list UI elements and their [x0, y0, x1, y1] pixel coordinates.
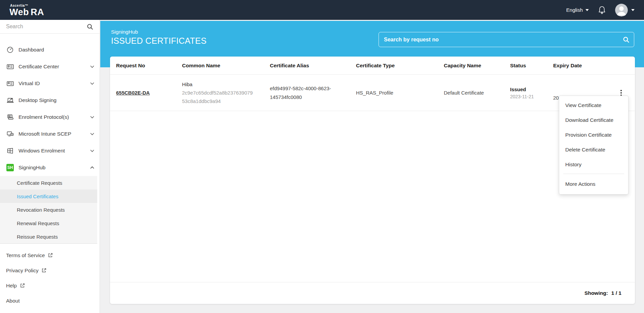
- request-search: [379, 32, 634, 47]
- menu-item-more-actions[interactable]: More Actions: [559, 176, 628, 192]
- menu-item-view-certificate[interactable]: View Certificate: [559, 98, 628, 113]
- col-status: Status: [510, 63, 553, 69]
- desktop-signing-icon: [6, 97, 14, 104]
- privacy-policy-link[interactable]: Privacy Policy: [0, 263, 100, 278]
- table-row: 655CB02E-DA Hiba 2c9e7c65dcdf52a8b237639…: [110, 75, 635, 111]
- brand-ra: RA: [31, 7, 44, 17]
- menu-item-delete-certificate[interactable]: Delete Certificate: [559, 142, 628, 157]
- footer-link-label: Help: [6, 283, 17, 289]
- chevron-down-icon: [90, 82, 94, 85]
- status-date: 2023-11-21: [510, 93, 544, 100]
- issued-certificates-table: Request No Common Name Certificate Alias…: [110, 57, 635, 304]
- notifications-bell-icon[interactable]: [598, 5, 606, 15]
- sidebar-nav: Dashboard Certificate Center Virtua: [0, 34, 100, 308]
- showing-value: 1 / 1: [611, 290, 621, 296]
- brand-web: Web: [9, 7, 29, 17]
- language-selector[interactable]: English: [566, 7, 589, 13]
- sidebar-item-windows-enrolment[interactable]: Windows Enrolment: [0, 142, 100, 159]
- sidebar-footer: Terms of Service Privacy Policy Help: [0, 244, 100, 308]
- col-expiry-date: Expiry Date: [553, 63, 607, 69]
- chevron-up-icon: [90, 166, 94, 169]
- language-label: English: [566, 7, 583, 13]
- windows-enrolment-icon: [6, 147, 14, 154]
- main-content: SigningHub ISSUED CERTIFICATES Request N…: [100, 20, 644, 313]
- sidebar-search-input[interactable]: [0, 20, 100, 33]
- request-search-input[interactable]: [379, 32, 634, 47]
- col-certificate-type: Certificate Type: [356, 63, 444, 69]
- submenu-item-certificate-requests[interactable]: Certificate Requests: [0, 176, 97, 189]
- dashboard-icon: [6, 46, 14, 54]
- chevron-down-icon: [90, 149, 94, 152]
- sidebar-item-virtual-id[interactable]: Virtual ID: [0, 75, 100, 92]
- footer-link-label: Terms of Service: [6, 252, 45, 258]
- menu-item-download-certificate[interactable]: Download Certificate: [559, 113, 628, 128]
- table-footer: Showing: 1 / 1: [110, 282, 635, 304]
- footer-link-label: Privacy Policy: [6, 268, 38, 274]
- common-name-hash: 2c9e7c65dcdf52a8b23763907953c8a1ddbc9a94: [182, 89, 253, 105]
- certificate-type: HS_RAS_Profile: [356, 90, 444, 96]
- col-request-no: Request No: [116, 63, 182, 69]
- user-menu[interactable]: [615, 4, 635, 16]
- menu-item-history[interactable]: History: [559, 157, 628, 172]
- col-certificate-alias: Certificate Alias: [270, 63, 356, 69]
- sidebar-item-dashboard[interactable]: Dashboard: [0, 41, 100, 58]
- col-capacity-name: Capacity Name: [444, 63, 510, 69]
- common-name: Hiba: [182, 81, 192, 87]
- external-link-icon: [20, 283, 25, 288]
- terms-of-service-link[interactable]: Terms of Service: [0, 248, 100, 263]
- sidebar-item-label: Desktop Signing: [19, 97, 94, 103]
- showing-label: Showing:: [584, 290, 608, 296]
- certificate-center-icon: [6, 63, 14, 70]
- submenu-item-issued-certificates[interactable]: Issued Certificates: [0, 189, 97, 203]
- sidebar-item-label: Certificate Center: [19, 64, 86, 70]
- request-no-link[interactable]: 655CB02E-DA: [116, 90, 150, 96]
- search-icon[interactable]: [622, 36, 630, 43]
- capacity-name: Default Certificate: [444, 90, 510, 96]
- submenu-item-renewal-requests[interactable]: Renewal Requests: [0, 216, 97, 230]
- topbar: Ascertia™ WebRA English: [0, 0, 644, 20]
- status-badge: Issued: [510, 86, 544, 93]
- search-icon[interactable]: [86, 23, 94, 30]
- intune-scep-icon: [6, 130, 14, 138]
- sidebar-item-desktop-signing[interactable]: Desktop Signing: [0, 92, 100, 109]
- signinghub-badge: SH: [6, 164, 14, 171]
- external-link-icon: [41, 268, 46, 273]
- help-link[interactable]: Help: [0, 278, 100, 293]
- chevron-down-icon: [90, 133, 94, 135]
- sidebar-item-label: Enrolment Protocol(s): [19, 114, 86, 120]
- sidebar-item-microsoft-intune-scep[interactable]: Microsoft Intune SCEP: [0, 126, 100, 142]
- sidebar-item-label: SigningHub: [19, 165, 86, 171]
- col-common-name: Common Name: [182, 63, 270, 69]
- page-title: ISSUED CERTIFICATES: [111, 36, 207, 46]
- profile-chevron-down-icon: [631, 9, 635, 11]
- chevron-down-icon: [90, 116, 94, 118]
- sidebar-item-enrolment-protocols[interactable]: Enrolment Protocol(s): [0, 109, 100, 126]
- signinghub-badge-label: SH: [6, 164, 14, 171]
- sidebar-item-label: Dashboard: [19, 47, 94, 53]
- enrolment-protocol-icon: [6, 113, 14, 121]
- row-actions-menu: View Certificate Download Certificate Pr…: [559, 96, 629, 195]
- chevron-down-icon: [585, 9, 589, 11]
- sidebar-item-certificate-center[interactable]: Certificate Center: [0, 58, 100, 75]
- external-link-icon: [48, 253, 53, 258]
- menu-divider: [563, 174, 624, 174]
- app-logo: Ascertia™ WebRA: [9, 3, 44, 17]
- chevron-down-icon: [90, 65, 94, 68]
- submenu-item-revocation-requests[interactable]: Revocation Requests: [0, 203, 97, 216]
- about-link[interactable]: About: [0, 293, 100, 308]
- table-header-row: Request No Common Name Certificate Alias…: [110, 57, 635, 75]
- virtual-id-icon: [6, 80, 14, 87]
- breadcrumb: SigningHub: [111, 29, 207, 35]
- menu-item-provision-certificate[interactable]: Provision Certificate: [559, 128, 628, 142]
- submenu-item-reissue-requests[interactable]: Reissue Requests: [0, 230, 97, 243]
- certificate-alias: efd94997-582c-4000-8623-145734fc0080: [270, 84, 347, 102]
- footer-link-label: About: [6, 298, 20, 304]
- signinghub-submenu: Certificate Requests Issued Certificates…: [0, 176, 97, 244]
- sidebar-item-label: Virtual ID: [19, 80, 86, 86]
- avatar[interactable]: [615, 4, 628, 16]
- sidebar-search: [0, 20, 100, 34]
- sidebar-item-signinghub[interactable]: SH SigningHub: [0, 159, 100, 176]
- sidebar-item-label: Microsoft Intune SCEP: [19, 131, 86, 137]
- sidebar: Dashboard Certificate Center Virtua: [0, 20, 100, 313]
- sidebar-item-label: Windows Enrolment: [19, 148, 86, 154]
